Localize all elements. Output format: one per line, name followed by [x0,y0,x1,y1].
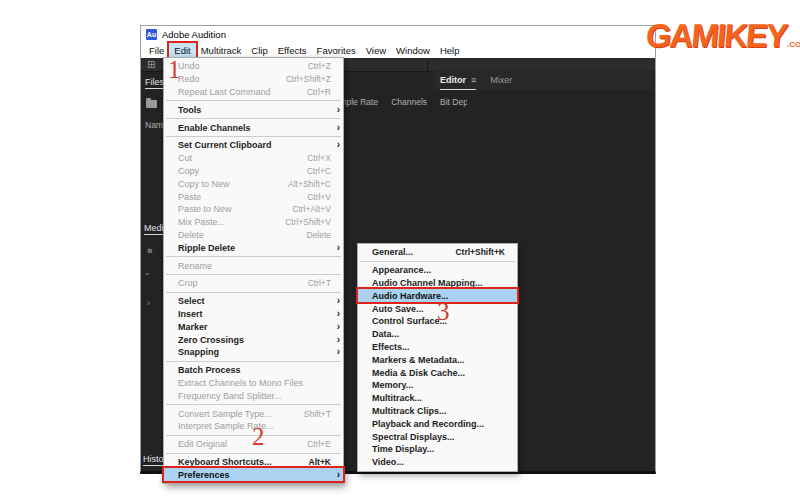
editor-tab-label: Editor [440,75,466,85]
edit-menu-item[interactable]: Snapping [164,346,343,359]
edit-menu-item[interactable]: Extract Channels to Mono Files [164,377,343,390]
tab-mixer[interactable]: Mixer [490,75,512,85]
preferences-submenu-item[interactable]: Playback and Recording... [358,417,517,430]
preferences-submenu-item[interactable]: Memory... [358,379,517,392]
submenu-arrow-icon [333,105,340,115]
edit-menu-item[interactable]: Tools [164,103,343,116]
preferences-submenu-item[interactable]: Markers & Metadata... [358,353,517,366]
chevron-right-icon[interactable]: › [147,298,150,308]
preferences-submenu-item[interactable]: Time Display... [358,443,517,456]
edit-menu-item[interactable]: Paste to New Ctrl+Alt+V [164,203,343,216]
tab-files[interactable]: Files [145,77,164,89]
preferences-submenu-item[interactable]: Multitrack Clips... [358,405,517,418]
menu-item-label: Delete [178,230,204,240]
screenshot-canvas: GAMIKEY .COM Au Adobe Audition FileEditM… [0,0,800,500]
menubar-item[interactable]: Clip [246,43,272,58]
menu-item-label: Convert Sample Type... [178,409,272,419]
menubar-item[interactable]: File [144,43,169,58]
preferences-submenu-item[interactable]: Audio Channel Mapping... [358,277,517,290]
edit-menu-item[interactable]: Mix Paste... Ctrl+Shift+V [164,216,343,229]
menu-separator [166,453,341,454]
edit-menu-item[interactable]: Batch Process [164,364,343,377]
menu-item-label: Media & Disk Cache... [372,368,465,378]
preferences-submenu-item[interactable]: Media & Disk Cache... [358,366,517,379]
submenu-arrow-icon [333,296,340,306]
preferences-submenu-item[interactable]: Spectral Displays... [358,430,517,443]
menu-item-shortcut: Delete [306,230,333,240]
step-2-annotation: 2 [252,424,265,449]
edit-menu-item[interactable]: Crop Ctrl+T [164,277,343,290]
menu-item-label: Effects... [372,342,410,352]
menu-item-label: Select [178,296,205,306]
preferences-submenu-item[interactable]: Video... [358,456,517,469]
menu-item-label: Control Surface... [372,316,447,326]
preferences-submenu-item[interactable]: Data... [358,328,517,341]
window-title: Adobe Audition [162,29,226,40]
menubar-item[interactable]: Multitrack [196,43,247,58]
workspace-grid-icon[interactable]: ⊞ [147,59,155,70]
edit-menu-item[interactable]: Undo Ctrl+Z [164,60,343,73]
menu-item-shortcut: Ctrl+Shift+K [455,247,507,257]
edit-menu-item[interactable]: Zero Crossings [164,333,343,346]
menu-item-shortcut: Shift+T [304,409,333,419]
edit-menu-item[interactable]: Enable Channels [164,121,343,134]
menu-item-label: Zero Crossings [178,335,244,345]
menu-item-shortcut: Ctrl+Z [308,61,333,71]
submenu-arrow-icon [333,335,340,345]
menubar-item[interactable]: Favorites [312,43,361,58]
edit-menu-item[interactable]: Cut Ctrl+X [164,152,343,165]
chevron-down-icon[interactable]: ⌄ [144,268,151,277]
folder-icon[interactable] [146,100,157,108]
menu-separator [166,118,341,119]
menu-item-shortcut: Alt+K [309,457,333,467]
edit-menu-item[interactable]: Preferences [164,468,343,481]
menu-separator [166,361,341,362]
menu-item-shortcut: Ctrl+X [307,153,333,163]
edit-menu-dropdown: Undo Ctrl+Z Redo Ctrl+Shift+Z Repeat Las… [163,57,344,484]
edit-menu-item[interactable]: Repeat Last Command Ctrl+R [164,86,343,99]
menu-item-label: Appearance... [372,265,431,275]
menubar-item[interactable]: View [361,43,391,58]
preferences-submenu-item[interactable]: Effects... [358,341,517,354]
menu-item-label: General... [372,247,413,257]
menu-item-label: Memory... [372,380,413,390]
menu-item-shortcut: Ctrl+E [307,439,333,449]
edit-menu-item[interactable]: Marker [164,320,343,333]
edit-menu-item[interactable]: Copy Ctrl+C [164,165,343,178]
menubar-item[interactable]: Effects [273,43,312,58]
edit-menu-item[interactable]: Delete Delete [164,229,343,242]
menu-separator [166,404,341,405]
edit-menu-item[interactable]: Keyboard Shortcuts... Alt+K [164,456,343,469]
tab-editor[interactable]: Editor ≡ [440,70,476,90]
edit-menu-item[interactable]: Ripple Delete [164,241,343,254]
menubar-item-label: Window [396,45,430,56]
preferences-submenu-item[interactable]: Appearance... [358,264,517,277]
submenu-arrow-icon [333,470,340,480]
edit-menu-item[interactable]: Insert [164,308,343,321]
edit-menu-item[interactable]: Frequency Band Splitter... [164,389,343,402]
edit-menu-item[interactable]: Set Current Clipboard [164,139,343,152]
bit-depth-column-header[interactable]: Bit Depth [440,97,467,107]
edit-menu-item[interactable]: Select [164,295,343,308]
edit-menu-item[interactable]: Redo Ctrl+Shift+Z [164,73,343,86]
panel-menu-icon[interactable]: ≡ [471,75,476,85]
menu-item-shortcut: Ctrl+Shift+V [285,217,333,227]
preferences-submenu-item[interactable]: Multitrack... [358,392,517,405]
edit-menu-item[interactable]: Rename [164,259,343,272]
titlebar: Au Adobe Audition [141,26,655,43]
menu-item-label: Cut [178,153,192,163]
menubar-item[interactable]: Help [435,43,465,58]
menubar-item-label: Help [440,45,460,56]
menu-item-label: Audio Channel Mapping... [372,278,483,288]
edit-menu-item[interactable]: Paste Ctrl+V [164,190,343,203]
menu-item-label: Copy [178,166,199,176]
menu-item-label: Marker [178,322,208,332]
gamikey-logo-text: GAMIKEY [645,19,788,52]
preferences-submenu-item[interactable]: General... Ctrl+Shift+K [358,246,517,259]
edit-menu-item[interactable]: Convert Sample Type... Shift+T [164,407,343,420]
menu-item-label: Video... [372,457,404,467]
edit-menu-item[interactable]: Copy to New Alt+Shift+C [164,177,343,190]
menubar-item[interactable]: Window [391,43,435,58]
menu-item-label: Playback and Recording... [372,419,484,429]
channels-column-header[interactable]: Channels [391,97,427,107]
